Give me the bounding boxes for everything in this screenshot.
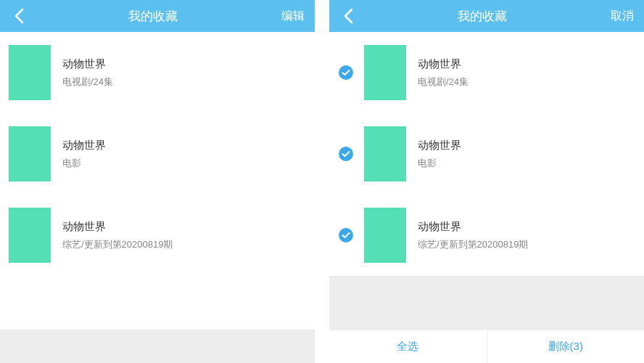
select-all-button[interactable]: 全选 <box>329 330 487 363</box>
page-title: 我的收藏 <box>28 8 278 25</box>
header: 我的收藏 取消 <box>329 0 644 32</box>
back-icon[interactable] <box>10 7 28 25</box>
checkbox-checked-icon[interactable] <box>338 65 354 81</box>
item-info: 动物世界 综艺/更新到第20200819期 <box>62 220 306 251</box>
thumbnail <box>364 208 406 263</box>
thumbnail <box>9 45 51 100</box>
list-item[interactable]: 动物世界 电视剧/24集 <box>329 32 644 113</box>
thumbnail <box>364 45 406 100</box>
item-title: 动物世界 <box>418 220 635 234</box>
favorites-list: 动物世界 电视剧/24集 动物世界 电影 动物世界 综艺/更新到第2020081… <box>0 32 315 330</box>
list-item[interactable]: 动物世界 综艺/更新到第20200819期 <box>329 195 644 276</box>
item-info: 动物世界 电影 <box>62 139 306 170</box>
item-title: 动物世界 <box>418 139 635 152</box>
cancel-button[interactable]: 取消 <box>608 9 634 24</box>
item-subtitle: 电视剧/24集 <box>418 76 635 89</box>
list-item[interactable]: 动物世界 电影 <box>0 113 315 195</box>
thumbnail <box>9 208 51 263</box>
item-title: 动物世界 <box>418 57 635 71</box>
checkbox-checked-icon[interactable] <box>338 227 354 243</box>
back-icon[interactable] <box>339 7 357 25</box>
item-info: 动物世界 电视剧/24集 <box>418 57 635 89</box>
item-info: 动物世界 电视剧/24集 <box>62 57 306 89</box>
svg-point-2 <box>339 228 353 242</box>
item-title: 动物世界 <box>62 139 306 152</box>
favorites-list: 动物世界 电视剧/24集 动物世界 电影 动物世界 综艺/更新到第2020081… <box>329 32 644 330</box>
list-item[interactable]: 动物世界 电影 <box>329 113 644 195</box>
thumbnail <box>9 126 51 182</box>
edit-button[interactable]: 编辑 <box>278 9 305 24</box>
svg-point-0 <box>339 65 353 80</box>
page-title: 我的收藏 <box>357 8 608 25</box>
screen-normal: 我的收藏 编辑 动物世界 电视剧/24集 动物世界 电影 动物世界 综艺/更新到… <box>0 0 315 363</box>
item-subtitle: 电影 <box>418 157 635 170</box>
item-subtitle: 综艺/更新到第20200819期 <box>418 238 635 251</box>
list-item[interactable]: 动物世界 综艺/更新到第20200819期 <box>0 195 315 276</box>
list-item[interactable]: 动物世界 电视剧/24集 <box>0 32 315 113</box>
item-info: 动物世界 电影 <box>418 139 635 170</box>
svg-point-1 <box>339 147 353 161</box>
item-title: 动物世界 <box>62 220 306 234</box>
item-subtitle: 电影 <box>62 157 306 170</box>
header: 我的收藏 编辑 <box>0 0 315 32</box>
item-subtitle: 综艺/更新到第20200819期 <box>62 238 306 251</box>
item-subtitle: 电视剧/24集 <box>62 76 306 89</box>
checkbox-checked-icon[interactable] <box>338 146 354 162</box>
screen-edit: 我的收藏 取消 动物世界 电视剧/24集 动物世界 电影 <box>329 0 644 363</box>
footer-spacer <box>0 330 315 363</box>
delete-button[interactable]: 删除(3) <box>487 330 645 363</box>
edit-toolbar: 全选 删除(3) <box>329 330 644 363</box>
item-info: 动物世界 综艺/更新到第20200819期 <box>418 220 635 251</box>
item-title: 动物世界 <box>62 57 306 71</box>
thumbnail <box>364 126 406 182</box>
